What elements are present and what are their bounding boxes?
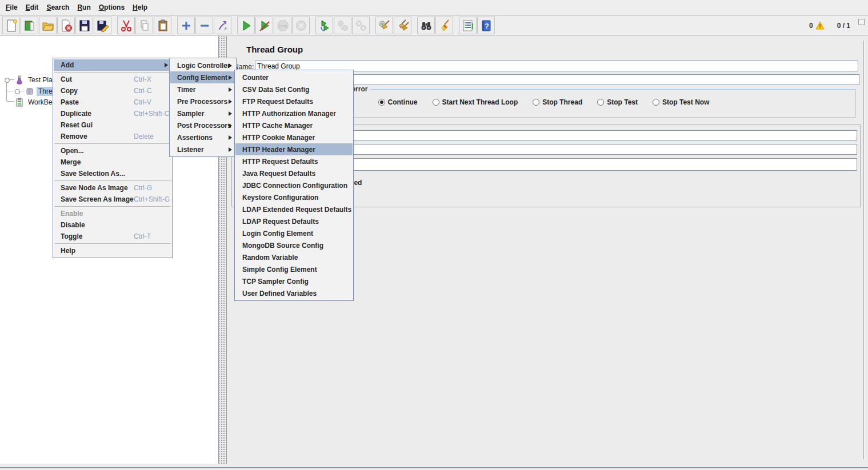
menu-item-keystore-configuration[interactable]: Keystore Configuration <box>235 191 353 203</box>
tree-connector-line <box>6 83 7 101</box>
menubar-item-help[interactable]: Help <box>129 2 152 13</box>
menu-item-merge[interactable]: Merge <box>54 156 171 168</box>
menu-item-jdbc-connection-configuration[interactable]: JDBC Connection Configuration <box>235 179 353 191</box>
menu-item-label: User Defined Variables <box>242 290 317 298</box>
menubar-item-file[interactable]: File <box>2 2 22 13</box>
log-error-count[interactable]: 0 <box>809 22 813 30</box>
radio-option-stop-test[interactable]: Stop Test <box>597 98 638 106</box>
menu-item-sampler[interactable]: Sampler <box>170 107 235 119</box>
menu-item-remove[interactable]: RemoveDelete <box>54 131 171 142</box>
menu-item-ldap-extended-request-defaults[interactable]: LDAP Extended Request Defaults <box>235 203 353 215</box>
menu-item-cut[interactable]: CutCtrl-X <box>54 74 171 85</box>
start-button[interactable] <box>237 17 255 34</box>
panel-right-edge <box>863 41 865 459</box>
ramp-up-period-input[interactable] <box>321 144 857 155</box>
menu-item-ldap-request-defaults[interactable]: LDAP Request Defaults <box>235 215 353 227</box>
menu-item-simple-config-element[interactable]: Simple Config Element <box>235 263 353 275</box>
menu-item-timer[interactable]: Timer <box>170 83 235 95</box>
menu-item-paste[interactable]: PasteCtrl-V <box>54 97 171 108</box>
copy-button[interactable] <box>135 17 153 34</box>
menu-item-post-processors[interactable]: Post Processors <box>170 119 235 131</box>
menu-item-config-element[interactable]: Config Element <box>170 71 235 83</box>
menu-item-open[interactable]: Open... <box>54 145 171 156</box>
comments-input[interactable] <box>272 74 859 85</box>
menu-item-save-node-as-image[interactable]: Save Node As ImageCtrl-G <box>54 182 171 194</box>
menu-item-toggle[interactable]: ToggleCtrl-T <box>54 231 171 242</box>
menu-item-label: Paste <box>61 98 79 106</box>
menu-item-enable: Enable <box>54 208 171 219</box>
menu-item-save-selection-as[interactable]: Save Selection As... <box>54 168 171 179</box>
clear-button-group <box>375 17 412 34</box>
menu-item-logic-controller[interactable]: Logic Controller <box>170 59 235 71</box>
menu-item-add[interactable]: Add <box>54 59 171 71</box>
search-button[interactable] <box>417 17 435 34</box>
menu-item-disable[interactable]: Disable <box>54 219 171 231</box>
number-of-threads-input[interactable] <box>321 130 857 141</box>
menu-item-http-request-defaults[interactable]: HTTP Request Defaults <box>235 155 353 167</box>
clear-all-button[interactable] <box>394 17 411 34</box>
test-status-indicator <box>858 19 865 25</box>
menu-item-mongodb-source-config[interactable]: MongoDB Source Config <box>235 239 353 251</box>
menu-item-http-cookie-manager[interactable]: HTTP Cookie Manager <box>235 131 353 143</box>
save-button[interactable] <box>75 17 93 34</box>
warning-icon[interactable] <box>815 21 825 30</box>
menu-item-java-request-defaults[interactable]: Java Request Defaults <box>235 167 353 179</box>
menubar-item-options[interactable]: Options <box>95 2 129 13</box>
menubar-item-edit[interactable]: Edit <box>22 2 43 13</box>
new-file-button[interactable] <box>2 17 20 34</box>
cut-button[interactable] <box>117 17 135 34</box>
menu-item-http-authorization-manager[interactable]: HTTP Authorization Manager <box>235 107 353 119</box>
menu-item-listener[interactable]: Listener <box>170 143 235 155</box>
save-as-button[interactable] <box>94 17 111 34</box>
templates-button[interactable] <box>21 17 38 34</box>
remote-shutdown-icon <box>354 19 368 33</box>
menu-item-pre-processors[interactable]: Pre Processors <box>170 95 235 107</box>
toggle-button[interactable] <box>214 17 231 34</box>
menu-item-duplicate[interactable]: DuplicateCtrl+Shift-C <box>54 108 171 119</box>
menu-item-copy[interactable]: CopyCtrl-C <box>54 85 171 97</box>
menu-item-reset-gui[interactable]: Reset Gui <box>54 119 171 131</box>
menu-item-label: CSV Data Set Config <box>242 86 309 94</box>
menu-item-ftp-request-defaults[interactable]: FTP Request Defaults <box>235 95 353 107</box>
expand-all-button[interactable] <box>177 17 195 34</box>
search-reset-button[interactable] <box>435 17 453 34</box>
menu-item-save-screen-as-image[interactable]: Save Screen As ImageCtrl+Shift-G <box>54 194 171 205</box>
tree-node-test-plan[interactable]: Test Plan <box>15 75 58 85</box>
radio-option-continue[interactable]: Continue <box>378 98 418 106</box>
radio-option-stop-test-now[interactable]: Stop Test Now <box>653 98 709 106</box>
minus-icon <box>198 19 211 33</box>
menu-item-label: Copy <box>61 87 78 95</box>
menu-item-label: Help <box>61 247 75 255</box>
menu-item-http-header-manager[interactable]: HTTP Header Manager <box>235 143 353 155</box>
menubar-item-run[interactable]: Run <box>74 2 95 13</box>
open-file-button[interactable] <box>39 17 57 34</box>
menu-item-login-config-element[interactable]: Login Config Element <box>235 227 353 239</box>
tree-expand-handle[interactable] <box>15 89 20 94</box>
menu-item-random-variable[interactable]: Random Variable <box>235 251 353 263</box>
svg-text:?: ? <box>485 22 489 30</box>
menu-item-help[interactable]: Help <box>54 245 171 256</box>
menubar-item-search[interactable]: Search <box>43 2 74 13</box>
menu-item-counter[interactable]: Counter <box>235 71 353 83</box>
collapse-all-button[interactable] <box>195 17 213 34</box>
menu-item-assertions[interactable]: Assertions <box>170 131 235 143</box>
menu-item-label: Login Config Element <box>242 230 313 238</box>
remote-start-all-button[interactable] <box>315 17 333 34</box>
radio-option-stop-thread[interactable]: Stop Thread <box>533 98 582 106</box>
menu-item-tcp-sampler-config[interactable]: TCP Sampler Config <box>235 275 353 287</box>
clear-button[interactable] <box>375 17 393 34</box>
tree-expand-handle[interactable] <box>5 78 10 83</box>
start-no-pauses-button[interactable] <box>255 17 273 34</box>
close-file-button[interactable] <box>57 17 75 34</box>
function-helper-button[interactable] <box>459 17 477 34</box>
menu-item-user-defined-variables[interactable]: User Defined Variables <box>235 287 353 299</box>
help-button[interactable]: ? <box>477 17 495 34</box>
menu-item-csv-data-set-config[interactable]: CSV Data Set Config <box>235 83 353 95</box>
loop-count-input[interactable] <box>321 158 857 171</box>
paste-button[interactable] <box>154 17 171 34</box>
menu-item-shortcut: Ctrl-T <box>134 232 151 240</box>
radio-button-icon <box>597 99 604 106</box>
menu-item-shortcut: Ctrl-X <box>134 75 151 83</box>
menu-item-http-cache-manager[interactable]: HTTP Cache Manager <box>235 119 353 131</box>
radio-option-start-next-thread-loop[interactable]: Start Next Thread Loop <box>433 98 518 106</box>
